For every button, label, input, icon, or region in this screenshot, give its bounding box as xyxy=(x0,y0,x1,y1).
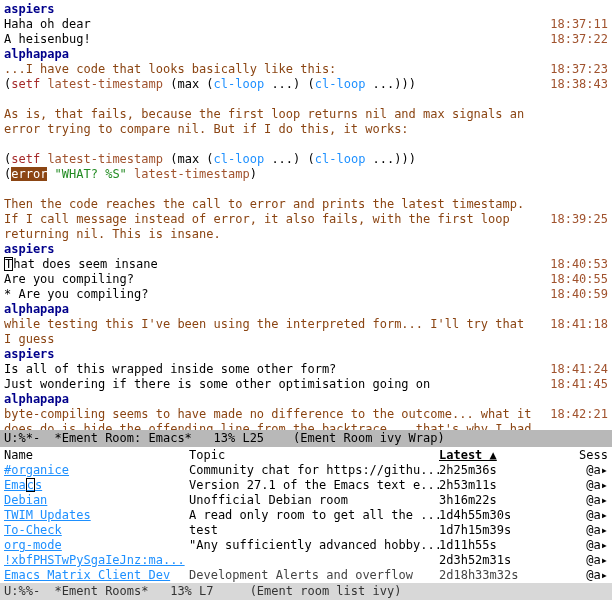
chat-line xyxy=(4,92,608,107)
col-header-latest[interactable]: Latest ▲ xyxy=(439,448,549,463)
modeline-bottom: U:%%- *Ement Rooms* 13% L7 (Ement room l… xyxy=(0,583,612,600)
message-text: Is all of this wrapped inside some other… xyxy=(4,362,336,376)
text-cursor: c xyxy=(26,478,35,492)
timestamp: 18:41:18 xyxy=(550,317,608,332)
chat-line: aspiers xyxy=(4,347,608,362)
timestamp: 18:38:43 xyxy=(550,77,608,92)
action-text: while testing this I've been using the i… xyxy=(4,317,524,346)
lisp-fn: cl-loop xyxy=(214,77,265,91)
action-text: byte-compiling seems to have made no dif… xyxy=(4,407,531,430)
nick: aspiers xyxy=(4,347,55,361)
lisp-fn: cl-loop xyxy=(214,152,265,166)
room-session: @a▸ xyxy=(549,553,608,568)
room-list-row[interactable]: !xbfPHSTwPySgaIeJnz:ma...2d3h52m31s@a▸ xyxy=(0,553,612,568)
text-cursor: T xyxy=(4,257,13,271)
message-text: A heisenbug! xyxy=(4,32,91,46)
room-name[interactable]: #organice xyxy=(4,463,189,478)
room-topic: test xyxy=(189,523,439,538)
room-list-row[interactable]: TWIM UpdatesA read only room to get all … xyxy=(0,508,612,523)
chat-line: 18:38:43(setf latest-timestamp (max (cl-… xyxy=(4,77,608,92)
room-latest: 1d7h15m39s xyxy=(439,523,549,538)
room-name[interactable]: !xbfPHSTwPySgaIeJnz:ma... xyxy=(4,553,189,568)
room-name[interactable]: TWIM Updates xyxy=(4,508,189,523)
nick: aspiers xyxy=(4,242,55,256)
chat-line: (setf latest-timestamp (max (cl-loop ...… xyxy=(4,152,608,167)
lisp-fn: cl-loop xyxy=(315,152,366,166)
room-session: @a▸ xyxy=(549,523,608,538)
room-session: @a▸ xyxy=(549,568,608,583)
chat-line: 18:37:23...I have code that looks basica… xyxy=(4,62,608,77)
action-text: As is, that fails, because the first loo… xyxy=(4,107,524,136)
lisp-fn: cl-loop xyxy=(315,77,366,91)
room-topic xyxy=(189,553,439,568)
chat-line: 18:37:11Haha oh dear xyxy=(4,17,608,32)
chat-line: 18:42:21byte-compiling seems to have mad… xyxy=(4,407,608,430)
chat-line: 18:41:24Is all of this wrapped inside so… xyxy=(4,362,608,377)
nick: alphapapa xyxy=(4,302,69,316)
message-text: Just wondering if there is some other op… xyxy=(4,377,430,391)
nick: aspiers xyxy=(4,2,55,16)
chat-line: 18:41:18while testing this I've been usi… xyxy=(4,317,608,347)
room-latest: 3h16m22s xyxy=(439,493,549,508)
room-name[interactable]: Emacs Matrix Client Dev xyxy=(4,568,189,583)
room-session: @a▸ xyxy=(549,463,608,478)
room-list-row[interactable]: #organiceCommunity chat for https://gith… xyxy=(0,463,612,478)
room-name[interactable]: Debian xyxy=(4,493,189,508)
chat-line: (error "WHAT? %S" latest-timestamp) xyxy=(4,167,608,182)
chat-line: aspiers xyxy=(4,2,608,17)
chat-line: 18:41:45Just wondering if there is some … xyxy=(4,377,608,392)
room-list-row[interactable]: EmacsVersion 27.1 of the Emacs text e...… xyxy=(0,478,612,493)
lisp-error-hl: error xyxy=(11,167,47,181)
action-text: ...I have code that looks basically like… xyxy=(4,62,336,76)
timestamp: 18:37:22 xyxy=(550,32,608,47)
room-latest: 1d4h55m30s xyxy=(439,508,549,523)
timestamp: 18:41:24 xyxy=(550,362,608,377)
room-list-row[interactable]: DebianUnofficial Debian room3h16m22s@a▸ xyxy=(0,493,612,508)
action-text: If I call message instead of error, it a… xyxy=(4,212,510,241)
room-name[interactable]: org-mode xyxy=(4,538,189,553)
chat-line: 18:40:53That does seem insane xyxy=(4,257,608,272)
room-list-header: Name Topic Latest ▲ Sess xyxy=(0,447,612,463)
chat-line: 18:40:59 * Are you compiling? xyxy=(4,287,608,302)
room-topic: "Any sufficiently advanced hobby... xyxy=(189,538,439,553)
chat-line: alphapapa xyxy=(4,392,608,407)
room-topic: Unofficial Debian room xyxy=(189,493,439,508)
lisp-var: latest-timestamp xyxy=(47,77,163,91)
room-list-row[interactable]: Emacs Matrix Client DevDevelopment Alert… xyxy=(0,568,612,583)
room-topic: Development Alerts and overflow xyxy=(189,568,439,583)
room-list-row[interactable]: To-Checktest1d7h15m39s@a▸ xyxy=(0,523,612,538)
action-text: Then the code reaches the call to error … xyxy=(4,197,524,211)
timestamp: 18:40:53 xyxy=(550,257,608,272)
timestamp: 18:40:59 xyxy=(550,287,608,302)
col-header-name[interactable]: Name xyxy=(4,448,189,463)
lisp-keyword: setf xyxy=(11,77,40,91)
lisp-string: "WHAT? %S" xyxy=(55,167,127,181)
room-name[interactable]: To-Check xyxy=(4,523,189,538)
room-name[interactable]: Emacs xyxy=(4,478,189,493)
col-header-session[interactable]: Sess xyxy=(549,448,608,463)
timestamp: 18:39:25 xyxy=(550,212,608,227)
col-header-topic[interactable]: Topic xyxy=(189,448,439,463)
lisp-var: latest-timestamp xyxy=(47,152,163,166)
timestamp: 18:42:21 xyxy=(550,407,608,422)
chat-line xyxy=(4,182,608,197)
chat-line: aspiers xyxy=(4,242,608,257)
message-text: Are you compiling? xyxy=(4,272,134,286)
message-text: Haha oh dear xyxy=(4,17,91,31)
lisp-keyword: setf xyxy=(11,152,40,166)
room-topic: Version 27.1 of the Emacs text e... xyxy=(189,478,439,493)
timestamp: 18:40:55 xyxy=(550,272,608,287)
room-topic: A read only room to get all the ... xyxy=(189,508,439,523)
room-latest: 2h53m11s xyxy=(439,478,549,493)
room-latest: 1d11h55s xyxy=(439,538,549,553)
room-list-pane[interactable]: Name Topic Latest ▲ Sess #organiceCommun… xyxy=(0,447,612,583)
chat-pane[interactable]: aspiers18:37:11Haha oh dear18:37:22A hei… xyxy=(0,0,612,430)
chat-line: 18:39:25If I call message instead of err… xyxy=(4,212,608,242)
timestamp: 18:41:45 xyxy=(550,377,608,392)
room-list-row[interactable]: org-mode"Any sufficiently advanced hobby… xyxy=(0,538,612,553)
nick: alphapapa xyxy=(4,47,69,61)
chat-line: alphapapa xyxy=(4,47,608,62)
room-latest: 2h25m36s xyxy=(439,463,549,478)
chat-line: Then the code reaches the call to error … xyxy=(4,197,608,212)
room-latest: 2d18h33m32s xyxy=(439,568,549,583)
